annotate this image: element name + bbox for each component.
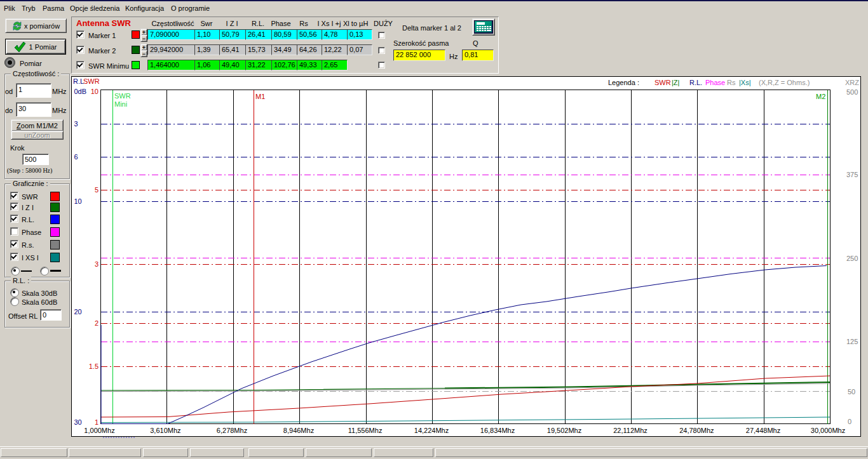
svg-text:3,610Mhz: 3,610Mhz	[150, 427, 180, 434]
svg-text:0dB: 0dB	[74, 88, 87, 95]
svg-text:50: 50	[848, 388, 855, 396]
svg-text:20: 20	[74, 308, 82, 316]
svg-text:SWR: SWR	[83, 77, 100, 85]
svg-text:19,502Mhz: 19,502Mhz	[547, 427, 581, 434]
svg-text:1,000Mhz: 1,000Mhz	[84, 427, 114, 434]
svg-text:0: 0	[848, 418, 851, 425]
svg-text:3: 3	[74, 120, 78, 128]
svg-text:Rs: Rs	[727, 79, 736, 86]
svg-text:3: 3	[95, 260, 98, 268]
svg-text:M2: M2	[816, 93, 825, 100]
svg-text:6: 6	[74, 153, 78, 161]
svg-text:375: 375	[846, 171, 858, 178]
svg-text:10: 10	[74, 197, 82, 205]
svg-text:Legenda :: Legenda :	[608, 79, 639, 86]
svg-text:22,112Mhz: 22,112Mhz	[613, 427, 648, 434]
svg-text:11,556Mhz: 11,556Mhz	[348, 427, 383, 434]
svg-text:6,278Mhz: 6,278Mhz	[217, 427, 247, 434]
svg-text:27,448Mhz: 27,448Mhz	[746, 427, 780, 434]
svg-text:R.L.: R.L.	[689, 79, 702, 86]
svg-text:10: 10	[91, 88, 98, 95]
svg-text:14,224Mhz: 14,224Mhz	[414, 427, 449, 434]
svg-text:16,834Mhz: 16,834Mhz	[480, 427, 515, 434]
svg-text:1: 1	[95, 418, 98, 426]
svg-text:SWR: SWR	[654, 79, 671, 86]
svg-text:2: 2	[95, 319, 98, 327]
svg-text:500: 500	[846, 88, 858, 96]
svg-text:125: 125	[846, 338, 858, 345]
svg-text:(X,R,Z = Ohms.): (X,R,Z = Ohms.)	[759, 79, 810, 86]
svg-text:R.L: R.L	[73, 77, 84, 85]
svg-text:XRZ: XRZ	[845, 79, 859, 86]
svg-text:30,000Mhz: 30,000Mhz	[811, 427, 845, 434]
svg-text:24,780Mhz: 24,780Mhz	[679, 427, 714, 434]
svg-text:|Z|: |Z|	[672, 79, 679, 86]
svg-text:5: 5	[95, 186, 98, 194]
svg-text:8,946Mhz: 8,946Mhz	[283, 427, 314, 434]
svg-text:250: 250	[846, 255, 858, 262]
svg-text:Mini: Mini	[114, 100, 127, 108]
svg-text:SWR: SWR	[114, 92, 131, 100]
svg-text:30: 30	[74, 418, 82, 426]
svg-text:Phase: Phase	[705, 79, 725, 86]
svg-text:M1: M1	[255, 93, 265, 100]
svg-text:1.5: 1.5	[89, 363, 98, 370]
svg-text:|Xs|: |Xs|	[739, 79, 751, 86]
